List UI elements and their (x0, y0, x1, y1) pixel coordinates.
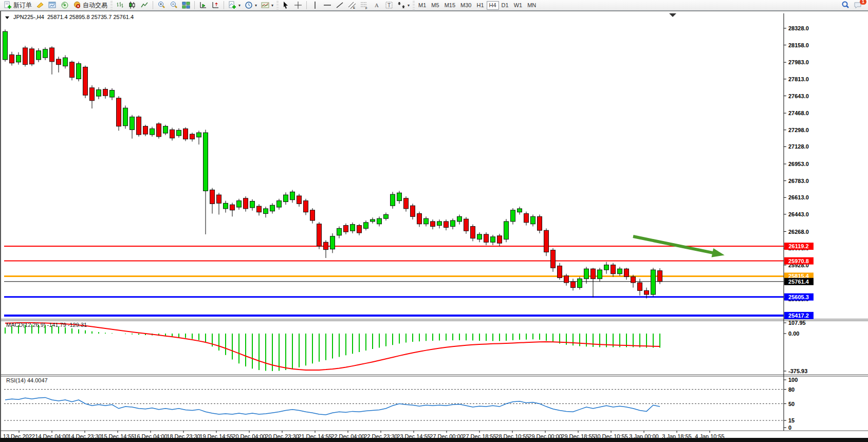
svg-text:F: F (365, 7, 367, 9)
text-label-icon: T (385, 1, 393, 9)
candlestick-chart-button[interactable] (126, 1, 138, 10)
cursor-tool-button[interactable] (280, 1, 292, 10)
timeframe-h4[interactable]: H4 (487, 1, 499, 10)
hline-tool-button[interactable] (321, 1, 334, 10)
toolbar-grip (110, 1, 113, 9)
indicators-button[interactable]: ▾ (226, 1, 243, 10)
line-chart-button[interactable] (138, 1, 151, 10)
svg-text:T: T (387, 3, 391, 8)
crosshair-icon (294, 1, 302, 9)
toolbar-separator (306, 1, 307, 9)
bar-chart-button[interactable] (114, 1, 126, 10)
candlestick-chart-icon (128, 1, 136, 9)
svg-text:27298.0: 27298.0 (788, 127, 809, 133)
trendline-icon (336, 1, 344, 9)
svg-text:27468.0: 27468.0 (788, 110, 809, 116)
svg-text:A: A (375, 2, 379, 8)
toolbar-separator (153, 1, 153, 9)
svg-text:26613.0: 26613.0 (788, 194, 809, 200)
dropdown-caret-icon: ▾ (238, 3, 241, 8)
dropdown-caret-icon: ▾ (408, 3, 410, 8)
svg-text:E: E (353, 6, 355, 9)
zoom-out-icon (170, 1, 178, 9)
zoom-in-icon (157, 1, 165, 9)
market-depth-button[interactable] (34, 1, 46, 10)
signal-icon (61, 1, 69, 9)
shapes-tool-button[interactable]: ▾ (395, 1, 412, 10)
signals-button[interactable] (59, 1, 71, 10)
crosshair-tool-button[interactable] (292, 1, 304, 10)
market-watch-button[interactable] (46, 1, 59, 10)
chart-shift-icon (211, 1, 219, 9)
text-tool-button[interactable]: A (371, 1, 383, 10)
svg-text:26953.0: 26953.0 (788, 161, 809, 167)
chart-window[interactable]: JPN225-,H4 25871.4 25895.8 25735.7 25761… (0, 11, 868, 438)
timeframe-m5[interactable]: M5 (429, 1, 441, 10)
chart-shift-button[interactable] (209, 1, 221, 10)
line-chart-icon (140, 1, 149, 9)
svg-text:27983.0: 27983.0 (788, 59, 809, 65)
symbol-dropdown-icon[interactable] (5, 14, 10, 20)
autotrade-button[interactable]: 自动交易 (71, 1, 109, 10)
chart-window-icon (48, 1, 57, 9)
svg-text:80: 80 (788, 386, 795, 393)
svg-text:26268.0: 26268.0 (788, 229, 809, 235)
tile-windows-button[interactable] (180, 1, 192, 10)
scroll-end-marker (669, 13, 676, 17)
template-icon (261, 1, 269, 9)
svg-text:50: 50 (788, 401, 795, 407)
timeframe-mn[interactable]: MN (525, 1, 539, 10)
svg-text:28158.0: 28158.0 (788, 42, 809, 48)
label-tool-button[interactable]: T (383, 1, 395, 10)
periods-button[interactable]: ▾ (243, 1, 259, 10)
auto-scroll-button[interactable] (197, 1, 209, 10)
timeframe-w1[interactable]: W1 (511, 1, 525, 10)
channel-tool-button[interactable]: E (346, 1, 358, 10)
zoom-out-button[interactable] (168, 1, 180, 10)
svg-text:25970.8: 25970.8 (788, 258, 809, 264)
timeframe-m1[interactable]: M1 (416, 1, 429, 10)
zoom-in-button[interactable] (155, 1, 168, 10)
bar-chart-icon (116, 1, 124, 9)
svg-text:15: 15 (788, 417, 795, 423)
toolbar-grip (413, 1, 415, 9)
autotrade-label: 自动交易 (83, 1, 107, 10)
autotrade-icon (73, 1, 81, 9)
timeframe-m15[interactable]: M15 (442, 1, 458, 10)
timeframe-h1[interactable]: H1 (474, 1, 486, 10)
dropdown-caret-icon: ▾ (271, 3, 273, 8)
svg-text:25605.3: 25605.3 (788, 294, 809, 300)
clock-icon (245, 1, 253, 9)
svg-text:26119.2: 26119.2 (788, 243, 808, 249)
search-button[interactable] (839, 1, 852, 10)
chart-canvas[interactable]: 28328.028158.027983.027813.027643.027468… (1, 11, 868, 439)
equidistant-channel-icon: E (348, 1, 356, 9)
timeframe-d1[interactable]: D1 (499, 1, 511, 10)
timeframe-m30[interactable]: M30 (458, 1, 474, 10)
templates-button[interactable]: ▾ (259, 1, 275, 10)
notifications-button[interactable]: 1 (852, 1, 864, 10)
svg-text:25417.2: 25417.2 (788, 312, 809, 319)
svg-text:27128.0: 27128.0 (788, 143, 809, 150)
toolbar-grip (276, 1, 279, 9)
trendline-tool-button[interactable] (334, 1, 346, 10)
wedge-icon (36, 1, 44, 9)
mt4-application: 新订单 自动交易 (0, 0, 868, 442)
svg-text:27813.0: 27813.0 (788, 76, 809, 82)
vertical-line-icon (311, 1, 319, 9)
indicators-icon (228, 1, 236, 9)
trend-arrow-annotation (633, 236, 713, 253)
dropdown-caret-icon: ▾ (255, 3, 257, 8)
new-order-label: 新订单 (13, 1, 32, 10)
chart-ohlc-values: 25871.4 25895.8 25735.7 25761.4 (47, 14, 134, 20)
svg-text:26443.0: 26443.0 (788, 211, 809, 217)
bottom-bar (0, 438, 868, 442)
vline-tool-button[interactable] (309, 1, 321, 10)
svg-text:26783.0: 26783.0 (788, 178, 809, 184)
new-order-button[interactable]: 新订单 (2, 1, 34, 10)
fibonacci-tool-button[interactable]: F (358, 1, 371, 10)
new-order-icon (4, 1, 12, 9)
macd-label: MACD(12,26,9) -141.79 -129.31 (6, 322, 87, 328)
svg-text:-375.93: -375.93 (788, 368, 807, 374)
svg-text:0.00: 0.00 (788, 330, 799, 337)
